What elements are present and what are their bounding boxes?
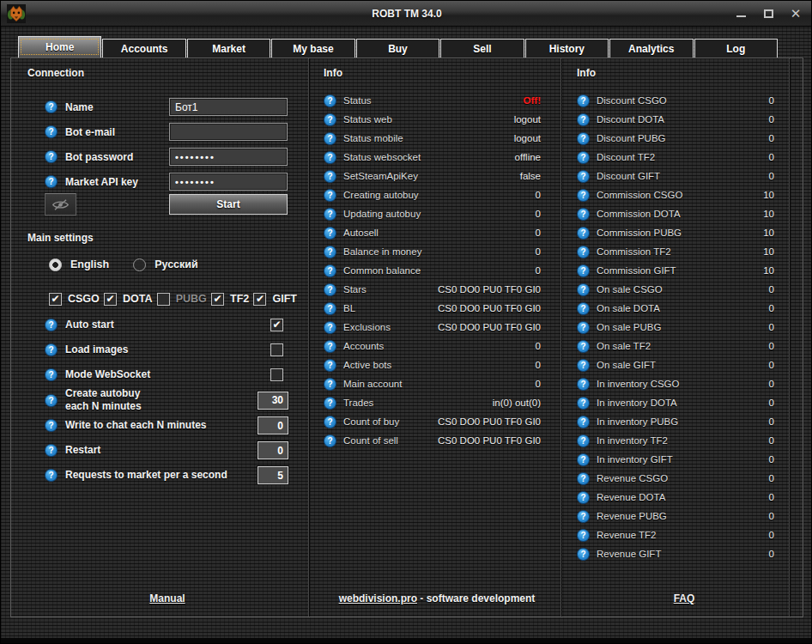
faq-link[interactable]: FAQ — [674, 592, 695, 605]
help-icon[interactable]: ? — [45, 444, 58, 457]
help-icon[interactable]: ? — [577, 453, 590, 466]
webdivision-link[interactable]: webdivision.pro — [339, 592, 417, 605]
help-icon[interactable]: ? — [577, 359, 590, 372]
checkbox-icon[interactable] — [157, 293, 170, 306]
game-option-tf2[interactable]: TF2 — [211, 293, 249, 306]
help-icon[interactable]: ? — [45, 100, 58, 113]
field-input-bot-e-mail[interactable] — [169, 123, 288, 141]
help-icon[interactable]: ? — [577, 378, 590, 391]
tab-analytics[interactable]: Analytics — [609, 39, 693, 58]
help-icon[interactable]: ? — [577, 227, 590, 240]
help-icon[interactable]: ? — [324, 378, 336, 391]
tab-buy[interactable]: Buy — [356, 39, 439, 58]
help-icon[interactable]: ? — [577, 151, 590, 164]
help-icon[interactable]: ? — [45, 175, 58, 188]
help-icon[interactable]: ? — [577, 208, 590, 221]
maximize-button[interactable] — [761, 7, 775, 21]
help-icon[interactable]: ? — [577, 321, 590, 334]
help-icon[interactable]: ? — [324, 246, 336, 258]
checkbox-icon[interactable] — [49, 293, 62, 306]
help-icon[interactable]: ? — [324, 264, 336, 277]
help-icon[interactable]: ? — [324, 359, 336, 372]
help-icon[interactable]: ? — [324, 302, 336, 315]
language-option-english[interactable]: English — [49, 258, 109, 271]
game-option-gift[interactable]: GIFT — [253, 293, 296, 306]
help-icon[interactable]: ? — [324, 189, 336, 202]
game-option-dota[interactable]: DOTA — [104, 293, 153, 306]
help-icon[interactable]: ? — [45, 125, 58, 138]
number-input-restart[interactable] — [258, 441, 288, 459]
show-password-button[interactable] — [45, 193, 76, 216]
close-button[interactable]: ✕ — [789, 7, 803, 21]
field-input-market-api-key[interactable] — [169, 173, 288, 191]
radio-icon[interactable] — [133, 258, 146, 271]
help-icon[interactable]: ? — [577, 472, 590, 485]
help-icon[interactable]: ? — [45, 469, 58, 482]
start-button[interactable]: Start — [169, 194, 288, 215]
language-option-русский[interactable]: Русский — [133, 258, 198, 271]
help-icon[interactable]: ? — [324, 227, 336, 240]
checkbox-icon[interactable] — [270, 343, 283, 356]
tab-home[interactable]: Home — [18, 36, 101, 58]
game-option-csgo[interactable]: CSGO — [49, 293, 100, 306]
help-icon[interactable]: ? — [577, 548, 590, 561]
help-icon[interactable]: ? — [577, 510, 590, 523]
help-icon[interactable]: ? — [577, 94, 590, 107]
tab-my-base[interactable]: My base — [271, 39, 354, 58]
help-icon[interactable]: ? — [577, 170, 590, 183]
field-input-name[interactable] — [169, 98, 288, 116]
help-icon[interactable]: ? — [45, 150, 58, 163]
help-icon[interactable]: ? — [577, 246, 590, 258]
checkbox-icon[interactable] — [270, 368, 283, 381]
help-icon[interactable]: ? — [45, 394, 58, 407]
help-icon[interactable]: ? — [577, 397, 590, 410]
help-icon[interactable]: ? — [577, 340, 590, 353]
help-icon[interactable]: ? — [577, 434, 590, 447]
minimize-button[interactable] — [734, 7, 748, 21]
checkbox-icon[interactable] — [104, 293, 117, 306]
checkbox-icon[interactable] — [270, 319, 283, 331]
help-icon[interactable]: ? — [324, 434, 336, 447]
help-icon[interactable]: ? — [45, 419, 58, 432]
help-icon[interactable]: ? — [324, 151, 336, 164]
help-icon[interactable]: ? — [324, 170, 336, 183]
help-icon[interactable]: ? — [324, 340, 336, 353]
help-icon[interactable]: ? — [577, 283, 590, 296]
help-icon[interactable]: ? — [45, 343, 58, 356]
help-icon[interactable]: ? — [577, 302, 590, 315]
help-icon[interactable]: ? — [577, 491, 590, 504]
game-option-pubg[interactable]: PUBG — [157, 293, 207, 306]
manual-link[interactable]: Manual — [149, 592, 185, 605]
help-icon[interactable]: ? — [577, 264, 590, 277]
help-icon[interactable]: ? — [577, 189, 590, 202]
field-input-bot-password[interactable] — [169, 148, 288, 166]
help-icon[interactable]: ? — [324, 397, 336, 410]
tab-market[interactable]: Market — [187, 39, 270, 58]
number-input-create-autobuy-each-n-minutes[interactable] — [258, 392, 288, 410]
help-icon[interactable]: ? — [324, 94, 336, 107]
info-label: In inventory TF2 — [597, 435, 668, 446]
help-icon[interactable]: ? — [577, 113, 590, 126]
help-icon[interactable]: ? — [324, 132, 336, 145]
radio-icon[interactable] — [49, 258, 62, 271]
number-input-requests-to-market-per-a-second[interactable] — [258, 466, 288, 484]
help-icon[interactable]: ? — [324, 113, 336, 126]
info-row-exclusions: ? Exclusions CS0 DO0 PU0 TF0 GI0 — [313, 318, 561, 337]
help-icon[interactable]: ? — [324, 208, 336, 221]
tab-sell[interactable]: Sell — [440, 39, 524, 58]
tab-log[interactable]: Log — [694, 39, 778, 58]
help-icon[interactable]: ? — [45, 319, 58, 331]
number-input-write-to-chat-each-n-minutes[interactable] — [258, 416, 288, 434]
help-icon[interactable]: ? — [324, 321, 336, 334]
checkbox-icon[interactable] — [211, 293, 224, 306]
help-icon[interactable]: ? — [324, 283, 336, 296]
info-label: Revenue GIFT — [597, 549, 661, 559]
help-icon[interactable]: ? — [324, 416, 336, 428]
help-icon[interactable]: ? — [577, 529, 590, 542]
help-icon[interactable]: ? — [45, 368, 58, 381]
help-icon[interactable]: ? — [577, 132, 590, 145]
tab-history[interactable]: History — [525, 39, 609, 58]
tab-accounts[interactable]: Accounts — [102, 39, 185, 58]
checkbox-icon[interactable] — [253, 293, 266, 306]
help-icon[interactable]: ? — [577, 416, 590, 428]
